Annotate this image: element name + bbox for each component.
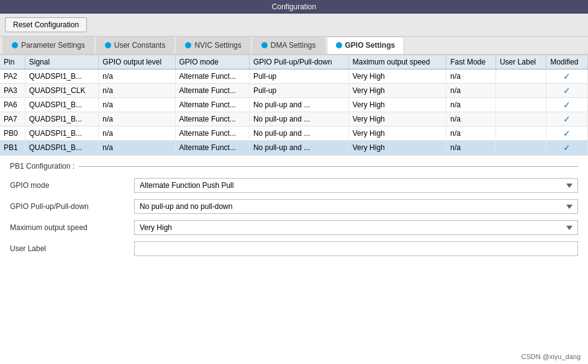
cell-modified[interactable]: ✓ (546, 84, 588, 98)
tabs-bar: Parameter SettingsUser ConstantsNVIC Set… (0, 37, 588, 55)
cell-fast-mode: n/a (446, 127, 496, 141)
tab-nvic-settings[interactable]: NVIC Settings (176, 37, 250, 54)
cell-signal: QUADSPI1_B... (25, 69, 99, 84)
cell-user-label (495, 127, 546, 141)
config-label-gpio-pull: GPIO Pull-up/Pull-down (10, 202, 134, 211)
tab-dot-gpio-settings (336, 42, 342, 48)
cell-gpio-mode: Alternate Funct... (175, 141, 249, 155)
tab-dma-settings[interactable]: DMA Settings (252, 37, 325, 54)
cell-signal: QUADSPI1_B... (25, 141, 99, 155)
cell-fast-mode: n/a (446, 98, 496, 112)
col-pin: Pin (0, 55, 25, 69)
table-row[interactable]: PA6QUADSPI1_B...n/aAlternate Funct...No … (0, 98, 588, 112)
config-select-gpio-pull[interactable]: No pull-up and no pull-downPull-upPull-d… (134, 199, 578, 214)
table-header-row: Pin Signal GPIO output level GPIO mode G… (0, 55, 588, 69)
table-row[interactable]: PB0QUADSPI1_B...n/aAlternate Funct...No … (0, 127, 588, 141)
cell-gpio-mode: Alternate Funct... (175, 98, 249, 112)
cell-pin: PB0 (0, 127, 25, 141)
cell-gpio-pull: Pull-up (249, 69, 348, 84)
cell-modified[interactable]: ✓ (546, 98, 588, 112)
cell-signal: QUADSPI1_B... (25, 127, 99, 141)
cell-max-speed: Very High (348, 84, 446, 98)
tab-dot-user-constants (105, 42, 111, 48)
config-input-user-label[interactable] (134, 241, 578, 256)
config-select-gpio-mode[interactable]: Alternate Function Push PullAlternate Fu… (134, 178, 578, 193)
cell-user-label (495, 98, 546, 112)
cell-gpio-mode: Alternate Funct... (175, 127, 249, 141)
config-panel: PB1 Configuration : GPIO modeAlternate F… (0, 156, 588, 364)
cell-user-label (495, 141, 546, 155)
cell-gpio-pull: No pull-up and ... (249, 98, 348, 112)
watermark: CSDN @xiyu_dang (521, 353, 581, 360)
cell-gpio-output-level: n/a (99, 141, 175, 155)
table-row[interactable]: PB1QUADSPI1_B...n/aAlternate Funct...No … (0, 141, 588, 155)
cell-signal: QUADSPI1_B... (25, 112, 99, 127)
checkbox-checked: ✓ (563, 114, 571, 124)
gpio-table: Pin Signal GPIO output level GPIO mode G… (0, 55, 588, 155)
tab-gpio-settings[interactable]: GPIO Settings (327, 37, 405, 54)
cell-max-speed: Very High (348, 141, 446, 155)
cell-modified[interactable]: ✓ (546, 112, 588, 127)
cell-pin: PA7 (0, 112, 25, 127)
cell-modified[interactable]: ✓ (546, 69, 588, 84)
cell-gpio-output-level: n/a (99, 112, 175, 127)
config-row-max-output-speed: Maximum output speedVery HighHighMediumL… (10, 220, 578, 235)
cell-fast-mode: n/a (446, 84, 496, 98)
gpio-table-area: Pin Signal GPIO output level GPIO mode G… (0, 55, 588, 156)
cell-fast-mode: n/a (446, 141, 496, 155)
table-row[interactable]: PA2QUADSPI1_B...n/aAlternate Funct...Pul… (0, 69, 588, 84)
cell-gpio-pull: Pull-up (249, 84, 348, 98)
tab-dot-dma-settings (261, 42, 268, 48)
cell-modified[interactable]: ✓ (546, 141, 588, 155)
col-gpio-pull: GPIO Pull-up/Pull-down (249, 55, 348, 69)
tab-label-dma-settings: DMA Settings (271, 41, 316, 50)
config-label-user-label: User Label (10, 244, 134, 253)
cell-max-speed: Very High (348, 69, 446, 84)
col-gpio-output-level: GPIO output level (99, 55, 175, 69)
cell-pin: PB1 (0, 141, 25, 155)
col-user-label: User Label (495, 55, 546, 69)
cell-gpio-output-level: n/a (99, 69, 175, 84)
cell-signal: QUADSPI1_CLK (25, 84, 99, 98)
cell-user-label (495, 112, 546, 127)
tab-parameter-settings[interactable]: Parameter Settings (2, 37, 94, 54)
col-gpio-mode: GPIO mode (175, 55, 249, 69)
checkbox-checked: ✓ (563, 71, 571, 81)
config-label-max-output-speed: Maximum output speed (10, 223, 134, 232)
cell-gpio-pull: No pull-up and ... (249, 127, 348, 141)
cell-gpio-pull: No pull-up and ... (249, 112, 348, 127)
cell-max-speed: Very High (348, 127, 446, 141)
reset-configuration-button[interactable]: Reset Configuration (5, 17, 87, 32)
cell-gpio-pull: No pull-up and ... (249, 141, 348, 155)
cell-modified[interactable]: ✓ (546, 127, 588, 141)
cell-gpio-output-level: n/a (99, 127, 175, 141)
cell-max-speed: Very High (348, 112, 446, 127)
tab-dot-nvic-settings (185, 42, 191, 48)
tab-label-gpio-settings: GPIO Settings (345, 41, 396, 50)
cell-max-speed: Very High (348, 98, 446, 112)
cell-user-label (495, 69, 546, 84)
col-modified: Modified (546, 55, 588, 69)
table-row[interactable]: PA3QUADSPI1_CLKn/aAlternate Funct...Pull… (0, 84, 588, 98)
config-row-gpio-pull: GPIO Pull-up/Pull-downNo pull-up and no … (10, 199, 578, 214)
tab-user-constants[interactable]: User Constants (96, 37, 175, 54)
cell-user-label (495, 84, 546, 98)
col-signal: Signal (25, 55, 99, 69)
checkbox-checked: ✓ (563, 100, 571, 110)
cell-gpio-output-level: n/a (99, 98, 175, 112)
config-group-label: PB1 Configuration : (10, 162, 578, 171)
cell-signal: QUADSPI1_B... (25, 98, 99, 112)
col-max-speed: Maximum output speed (348, 55, 446, 69)
config-row-gpio-mode: GPIO modeAlternate Function Push PullAlt… (10, 178, 578, 193)
cell-gpio-mode: Alternate Funct... (175, 84, 249, 98)
window-title: Configuration (272, 2, 316, 11)
table-row[interactable]: PA7QUADSPI1_B...n/aAlternate Funct...No … (0, 112, 588, 127)
tab-label-nvic-settings: NVIC Settings (194, 41, 241, 50)
config-select-max-output-speed[interactable]: Very HighHighMediumLow (134, 220, 578, 235)
cell-fast-mode: n/a (446, 69, 496, 84)
cell-gpio-mode: Alternate Funct... (175, 112, 249, 127)
cell-fast-mode: n/a (446, 112, 496, 127)
tab-dot-parameter-settings (12, 42, 18, 48)
cell-gpio-mode: Alternate Funct... (175, 69, 249, 84)
cell-gpio-output-level: n/a (99, 84, 175, 98)
